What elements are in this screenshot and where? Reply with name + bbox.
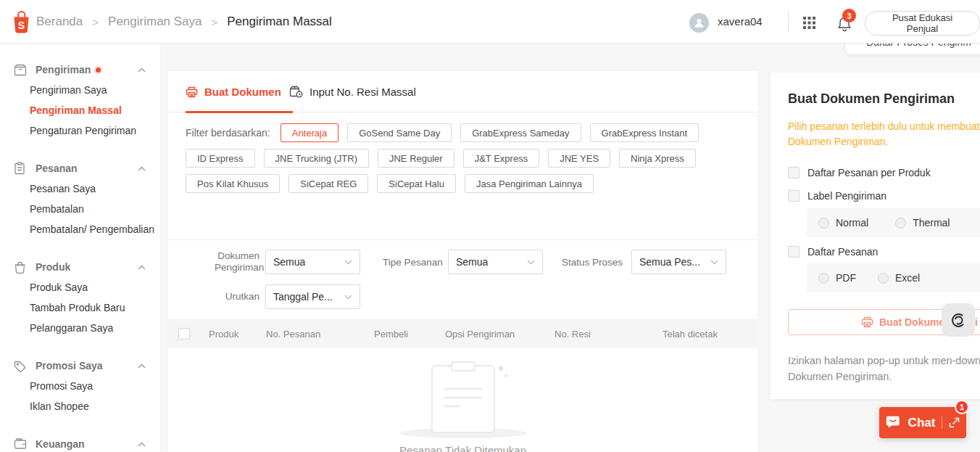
- option-label: Daftar Pesanan: [807, 246, 878, 258]
- package-icon: [14, 64, 27, 76]
- radio-label-excel[interactable]: Excel: [895, 272, 920, 284]
- sidebar-section-header-keuangan[interactable]: Keuangan: [0, 434, 160, 452]
- select-all-checkbox[interactable]: [178, 328, 190, 340]
- chip-gosend-same-day[interactable]: GoSend Same Day: [347, 123, 452, 142]
- chat-divider: [942, 416, 942, 429]
- option-daftar-pesanan-per-produk[interactable]: Daftar Pesanan per Produk: [788, 167, 931, 178]
- sidebar-section-label: Keuangan: [36, 438, 85, 450]
- sidebar: Pengiriman Pengiriman Saya Pengiriman Ma…: [0, 44, 161, 452]
- notification-badge: 3: [842, 9, 856, 22]
- chip-sicepat-reg[interactable]: SiCepat REG: [288, 174, 368, 193]
- chip-grabexpress-instant[interactable]: GrabExpress Instant: [590, 123, 699, 142]
- chip-grabexpress-sameday[interactable]: GrabExpress Sameday: [460, 123, 581, 142]
- panel-warning-line1: Pilih pesanan terlebih dulu untuk membua…: [788, 119, 980, 134]
- username[interactable]: xavera04: [718, 15, 763, 28]
- box-clock-icon: [289, 86, 303, 98]
- sidebar-item-pembatalan-pengembalian[interactable]: Pembatalan/ Pengembalian: [0, 219, 160, 239]
- sidebar-item-produk-saya[interactable]: Produk Saya: [0, 277, 160, 297]
- sidebar-section-label: Promosi Saya: [36, 360, 103, 371]
- sidebar-section-header-produk[interactable]: Produk: [0, 257, 160, 277]
- sidebar-item-pembatalan[interactable]: Pembatalan: [0, 199, 160, 219]
- sidebar-item-pengaturan-pengiriman[interactable]: Pengaturan Pengiriman: [0, 120, 160, 141]
- radio-label-thermal[interactable]: Thermal: [913, 217, 950, 229]
- chip-jne-reguler[interactable]: JNE Reguler: [378, 149, 454, 168]
- tag-icon: [14, 360, 27, 372]
- chevron-down-icon: [710, 260, 718, 265]
- chip-pos-kilat-khusus[interactable]: Pos Kilat Khusus: [186, 174, 280, 193]
- active-tab-underline: [186, 111, 293, 113]
- dokumen-pengiriman-select[interactable]: Semua: [265, 250, 360, 274]
- breadcrumb-beranda[interactable]: Beranda: [36, 15, 83, 29]
- sidebar-section-keuangan: Keuangan: [0, 434, 160, 452]
- table-header: Produk No. Pesanan Pembeli Opsi Pengirim…: [168, 319, 757, 348]
- chip-sicepat-halu[interactable]: SiCepat Halu: [377, 174, 456, 193]
- shopee-logo[interactable]: S: [12, 10, 31, 34]
- tab-input-no-resi-massal[interactable]: Input No. Resi Massal: [289, 71, 416, 112]
- user-avatar[interactable]: [689, 13, 709, 33]
- panel-title: Buat Dokumen Pengiriman: [788, 91, 955, 107]
- column-header-opsi-pengiriman: Opsi Pengiriman: [445, 329, 515, 340]
- chip-jne-trucking[interactable]: JNE Trucking (JTR): [264, 149, 369, 168]
- chevron-up-icon: [138, 67, 146, 73]
- education-center-button[interactable]: Pusat Edukasi Penjual: [865, 11, 980, 36]
- bag-icon: [14, 261, 27, 274]
- apps-grid-icon[interactable]: [803, 17, 815, 32]
- chevron-up-icon: [138, 442, 146, 447]
- checkbox[interactable]: [788, 167, 800, 178]
- option-daftar-pesanan[interactable]: Daftar Pesanan: [788, 246, 878, 258]
- column-header-pembeli: Pembeli: [374, 329, 408, 340]
- radio-normal[interactable]: [818, 218, 829, 229]
- tab-buat-dokumen[interactable]: Buat Dokumen: [186, 71, 281, 112]
- option-label-pengiriman[interactable]: Label Pengiriman: [788, 190, 886, 202]
- label-pengiriman-format-options: Normal Thermal: [807, 208, 980, 237]
- option-label: Label Pengiriman: [807, 190, 886, 202]
- sidebar-item-iklan-shopee[interactable]: Iklan Shopee: [0, 396, 160, 416]
- sidebar-item-pengiriman-saya[interactable]: Pengiriman Saya: [0, 80, 160, 100]
- popup-note-line1: Izinkan halaman pop-up untuk men-downlo: [788, 353, 980, 369]
- chip-jne-yes[interactable]: JNE YES: [548, 149, 610, 168]
- sidebar-section-produk: Produk Produk Saya Tambah Produk Baru Pe…: [0, 257, 160, 338]
- chip-anteraja[interactable]: Anteraja: [281, 123, 339, 142]
- popup-permission-note: Izinkan halaman pop-up untuk men-downlo …: [788, 353, 980, 385]
- checkbox[interactable]: [788, 190, 800, 202]
- sidebar-section-header-pesanan[interactable]: Pesanan: [0, 158, 160, 178]
- create-document-panel: Buat Dokumen Pengiriman Pilih pesanan te…: [771, 73, 980, 399]
- chat-button[interactable]: Chat 1: [879, 407, 966, 438]
- sidebar-section-header-pengiriman[interactable]: Pengiriman: [0, 59, 160, 80]
- breadcrumb-pengiriman-saya[interactable]: Pengiriman Saya: [108, 15, 202, 29]
- notification-dot: [96, 67, 101, 73]
- chevron-up-icon: [138, 363, 146, 369]
- radio-pdf[interactable]: [818, 273, 829, 284]
- breadcrumb-separator: >: [212, 16, 218, 28]
- tipe-pesanan-select[interactable]: Semua: [448, 250, 543, 274]
- popout-icon[interactable]: [949, 417, 960, 428]
- urutkan-select[interactable]: Tanggal Pe...: [265, 284, 360, 309]
- sidebar-section-header-promosi[interactable]: Promosi Saya: [0, 356, 160, 376]
- select-value: Semua Pes...: [639, 256, 700, 268]
- chip-ninja-xpress[interactable]: Ninja Xpress: [619, 149, 696, 168]
- sidebar-item-promosi-saya[interactable]: Promosi Saya: [0, 376, 160, 396]
- sidebar-item-pesanan-saya[interactable]: Pesanan Saya: [0, 178, 160, 199]
- sidebar-item-pengiriman-massal[interactable]: Pengiriman Massal: [0, 100, 160, 120]
- chevron-down-icon: [527, 260, 535, 265]
- sidebar-item-tambah-produk-baru[interactable]: Tambah Produk Baru: [0, 297, 160, 318]
- chat-badge: 1: [955, 400, 969, 414]
- clipboard-icon: [14, 162, 27, 175]
- panel-warning-text: Pilih pesanan terlebih dulu untuk membua…: [788, 119, 980, 149]
- select-value: Semua: [273, 256, 305, 268]
- tipe-pesanan-label: Tipe Pesanan: [383, 257, 445, 268]
- chip-jasa-pengiriman-lainnya[interactable]: Jasa Pengiriman Lainnya: [465, 174, 594, 193]
- radio-label-normal[interactable]: Normal: [836, 217, 868, 229]
- printer-icon: [186, 86, 198, 98]
- header: S Beranda > Pengiriman Saya > Pengiriman…: [0, 0, 980, 44]
- radio-thermal[interactable]: [895, 218, 906, 229]
- radio-label-pdf[interactable]: PDF: [836, 272, 856, 284]
- chat-label: Chat: [908, 416, 936, 430]
- chip-id-express[interactable]: ID Express: [186, 149, 255, 168]
- chip-jnt-express[interactable]: J&T Express: [463, 149, 539, 168]
- sidebar-item-pelanggaran-saya[interactable]: Pelanggaran Saya: [0, 318, 160, 338]
- status-proses-select[interactable]: Semua Pes...: [631, 250, 726, 274]
- checkbox[interactable]: [788, 246, 800, 258]
- chevron-down-icon: [344, 260, 352, 265]
- radio-excel[interactable]: [878, 273, 889, 284]
